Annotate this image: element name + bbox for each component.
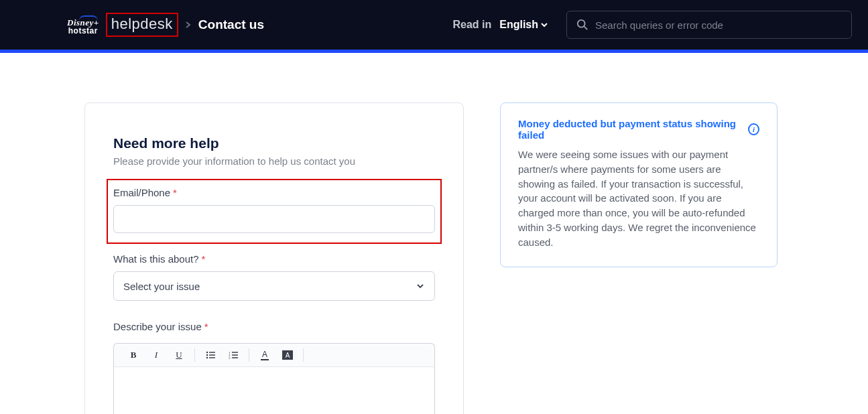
required-star: * — [173, 187, 177, 198]
svg-rect-9 — [232, 352, 238, 352]
describe-label: Describe your issue* — [113, 321, 435, 332]
svg-rect-5 — [209, 354, 215, 355]
helpdesk-link[interactable]: helpdesk — [111, 15, 173, 32]
language-value: English — [499, 19, 538, 31]
describe-issue-editor[interactable] — [113, 367, 435, 414]
highlight-color-button[interactable]: A — [276, 347, 299, 363]
required-star: * — [204, 321, 208, 332]
font-color-button[interactable]: A — [253, 347, 276, 363]
required-star: * — [202, 253, 206, 265]
helpdesk-highlight-box: helpdesk — [106, 13, 178, 37]
underline-button[interactable]: U — [168, 347, 190, 363]
svg-point-6 — [206, 357, 208, 358]
svg-point-0 — [578, 20, 585, 27]
describe-field-block: Describe your issue* B I U 123 A A — [113, 321, 435, 414]
breadcrumb-contact-us: Contact us — [198, 17, 264, 32]
search-box[interactable] — [566, 11, 852, 39]
info-card-title[interactable]: Money deducted but payment status showin… — [518, 118, 743, 141]
info-card: Money deducted but payment status showin… — [500, 102, 778, 267]
chevron-down-icon — [416, 281, 425, 291]
numbered-list-button[interactable]: 123 — [222, 347, 245, 363]
search-icon — [576, 19, 588, 31]
contact-form-card: Need more help Please provide your infor… — [84, 102, 464, 414]
email-phone-label: Email/Phone* — [113, 187, 435, 198]
about-field-block: What is this about?* Select your issue — [113, 253, 435, 301]
svg-point-4 — [206, 354, 208, 356]
svg-rect-3 — [209, 352, 215, 352]
issue-select-placeholder: Select your issue — [123, 281, 200, 292]
toolbar-separator — [194, 348, 195, 362]
svg-line-1 — [584, 27, 588, 30]
info-icon: i — [748, 123, 759, 135]
language-selector[interactable]: English — [499, 19, 549, 31]
logo-group: Disney+ hotstar helpdesk — [67, 13, 178, 37]
bold-button[interactable]: B — [122, 347, 145, 363]
italic-button[interactable]: I — [145, 347, 168, 363]
read-in-label: Read in — [452, 19, 491, 31]
issue-select[interactable]: Select your issue — [113, 271, 435, 301]
about-label: What is this about?* — [113, 253, 435, 265]
svg-text:3: 3 — [229, 356, 231, 359]
toolbar-separator — [303, 348, 304, 362]
search-input[interactable] — [595, 19, 842, 31]
svg-rect-11 — [232, 354, 238, 355]
top-header: Disney+ hotstar helpdesk Contact us Read… — [0, 0, 868, 50]
toolbar-separator — [249, 348, 249, 362]
email-field-highlight-box: Email/Phone* — [107, 179, 442, 244]
bullet-list-button[interactable] — [199, 347, 222, 363]
svg-rect-7 — [209, 357, 215, 358]
chevron-right-icon — [185, 19, 192, 30]
svg-rect-13 — [232, 357, 238, 358]
disney-hotstar-logo[interactable]: Disney+ hotstar — [67, 15, 99, 35]
rich-text-toolbar: B I U 123 A A — [113, 343, 435, 367]
main-content: Need more help Please provide your infor… — [0, 53, 868, 414]
form-subtitle: Please provide your information to help … — [113, 155, 435, 167]
svg-point-2 — [206, 352, 208, 353]
logo-line1: Disney+ — [67, 18, 99, 27]
logo-line2: hotstar — [68, 27, 98, 35]
email-phone-input[interactable] — [113, 205, 435, 233]
info-card-body: We were seeing some issues with our paym… — [518, 147, 759, 249]
form-title: Need more help — [113, 135, 435, 151]
